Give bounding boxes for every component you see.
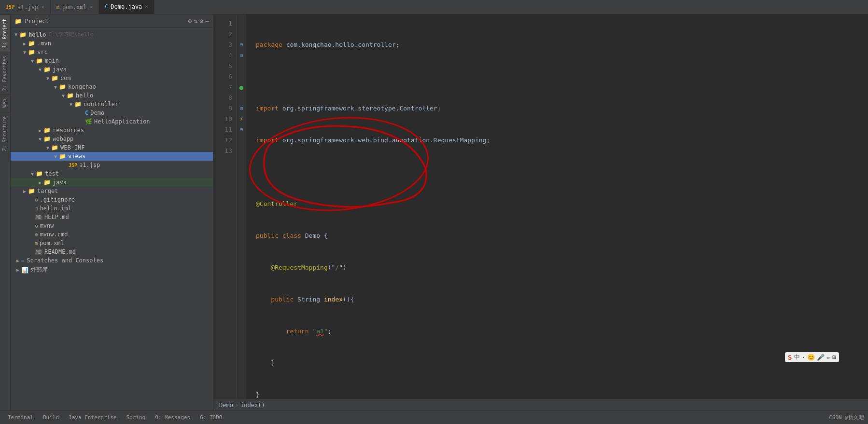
run-icon-7[interactable]: ● <box>239 82 243 93</box>
label-target: target <box>37 188 58 194</box>
code-line-3: import org.springframework.stereotype.Co… <box>256 103 868 114</box>
header-icon-gear[interactable]: ⚙ <box>199 17 203 25</box>
bottom-btn-messages[interactable]: 0: Messages <box>151 413 194 422</box>
tree-item-scratches[interactable]: ▶ ✏ Scratches and Consoles <box>11 256 213 265</box>
label-external-libs: 外部库 <box>30 266 48 274</box>
code-line-10: return "a1"; <box>256 326 868 337</box>
label-helloiml: hello.iml <box>40 205 71 212</box>
tree-item-test-java[interactable]: ▶ 📁 java <box>11 178 213 187</box>
label-readmemd: README.md <box>44 248 76 255</box>
gutter-2 <box>237 29 246 40</box>
code-line-12: } <box>256 390 868 399</box>
tree-item-views[interactable]: ▼ 📁 views <box>11 152 213 161</box>
folder-icon-controller: 📁 <box>74 101 82 108</box>
tree-item-hello-sub[interactable]: ▼ 📁 hello <box>11 91 213 100</box>
tab-a1jsp-label: a1.jsp <box>17 4 38 11</box>
breadcrumb-index[interactable]: index() <box>240 402 265 409</box>
xml-icon-pom: m <box>35 241 38 246</box>
header-icon-1[interactable]: ⊕ <box>188 17 192 25</box>
vtab-project[interactable]: 1: Project <box>0 14 10 52</box>
tree-item-src[interactable]: ▼ 📁 src <box>11 48 213 56</box>
vtab-structure[interactable]: Z: Structure <box>0 112 10 155</box>
folder-icon-mvn: 📁 <box>28 40 35 47</box>
arrow-hello: ▼ <box>13 32 19 37</box>
tree-item-mvnw[interactable]: ⚙ mvnw <box>11 221 213 230</box>
code-container[interactable]: 1 2 3 4 5 6 7 8 9 10 11 12 13 ⊟ <box>213 14 868 399</box>
tab-a1jsp[interactable]: JSP a1.jsp × <box>0 0 51 14</box>
fold-icon-3[interactable]: ⊟ <box>240 40 243 50</box>
label-src: src <box>37 49 48 55</box>
md-icon-help: MD <box>35 215 42 220</box>
bottom-toolbar: Terminal Build Java Enterprise Spring 0:… <box>0 410 868 424</box>
breadcrumb-demo[interactable]: Demo <box>219 402 233 409</box>
arrow-hello-sub: ▼ <box>60 93 67 98</box>
code-line-8: @RequestMapping("/") <box>256 262 868 273</box>
tree-item-demo[interactable]: C Demo <box>11 109 213 117</box>
folder-icon-header: 📁 <box>14 18 22 25</box>
chart-icon: 📊 <box>21 267 28 274</box>
tree-item-webapp[interactable]: ▼ 📁 webapp <box>11 135 213 143</box>
bottom-btn-java-enterprise[interactable]: Java Enterprise <box>65 413 120 422</box>
tree-item-hello-app[interactable]: 🌿 HelloApplication <box>11 117 213 126</box>
label-com: com <box>60 75 71 82</box>
tree-item-main[interactable]: ▼ 📁 main <box>11 56 213 65</box>
xml-icon: m <box>56 4 59 10</box>
arrow-webinf: ▼ <box>44 145 51 150</box>
label-helpmd: HELP.md <box>44 214 69 220</box>
tab-pomxml[interactable]: m pom.xml × <box>51 0 99 14</box>
warning-icon-10: ⚡ <box>239 114 243 124</box>
tree-item-hello[interactable]: ▼ 📁 hello E:\学习吧\hello <box>11 30 213 39</box>
tab-pomxml-close[interactable]: × <box>90 4 93 10</box>
code-editor[interactable]: package com.kongchao.hello.controller; i… <box>246 14 868 399</box>
bottom-btn-todo[interactable]: 6: TODO <box>196 413 226 422</box>
tab-demojava[interactable]: C Demo.java × <box>99 0 154 14</box>
tree-item-com[interactable]: ▼ 📁 com <box>11 74 213 82</box>
tree-item-a1jsp[interactable]: JSP a1.jsp <box>11 161 213 169</box>
header-icon-2[interactable]: ⇅ <box>194 17 198 25</box>
label-hello-app: HelloApplication <box>94 118 150 125</box>
arrow-test: ▼ <box>29 171 36 177</box>
vtab-web[interactable]: Web <box>0 95 10 111</box>
code-line-5 <box>256 167 868 178</box>
status-text: CSDN @执久吧 <box>829 414 864 421</box>
tree-item-readmemd[interactable]: MD README.md <box>11 247 213 256</box>
bottom-btn-build[interactable]: Build <box>39 413 63 422</box>
project-panel: 📁 Project ⊕ ⇅ ⚙ — ▼ 📁 hello E:\学习吧\hello… <box>11 14 213 410</box>
tree-item-kongchao[interactable]: ▼ 📁 kongchao <box>11 82 213 91</box>
linenum-5: 5 <box>213 61 236 71</box>
tree-item-helpmd[interactable]: MD HELP.md <box>11 213 213 221</box>
linenum-10: 10 <box>213 114 236 124</box>
tree-item-webinf[interactable]: ▼ 📁 WEB-INF <box>11 143 213 152</box>
ime-dot: · <box>802 354 806 361</box>
fold-icon-9[interactable]: ⊟ <box>240 103 243 114</box>
vtab-favorites[interactable]: 2: Favorites <box>0 52 10 95</box>
tab-a1jsp-close[interactable]: × <box>41 4 44 10</box>
tree-item-java-main[interactable]: ▼ 📁 java <box>11 65 213 74</box>
tree-item-mvn[interactable]: ▶ 📁 .mvn <box>11 39 213 48</box>
bottom-btn-spring[interactable]: Spring <box>122 413 149 422</box>
tree-item-pomxml[interactable]: m pom.xml <box>11 239 213 247</box>
bottom-btn-terminal[interactable]: Terminal <box>4 413 37 422</box>
gutter: ⊟ ⊟ ● ⊟ ⚡ ⊟ <box>237 14 246 399</box>
tree-item-gitignore[interactable]: ⚙ .gitignore <box>11 195 213 204</box>
tree-item-test[interactable]: ▼ 📁 test <box>11 169 213 178</box>
tree-item-resources[interactable]: ▶ 📁 resources <box>11 126 213 135</box>
tree-item-controller[interactable]: ▼ 📁 controller <box>11 100 213 109</box>
label-pomxml: pom.xml <box>40 240 64 246</box>
arrow-scratches: ▶ <box>14 258 21 263</box>
linenum-9: 9 <box>213 103 236 114</box>
code-line-4: import org.springframework.web.bind.anno… <box>256 135 868 146</box>
tree-item-mvnwcmd[interactable]: ⚙ mvnw.cmd <box>11 230 213 239</box>
tab-demojava-close[interactable]: × <box>145 3 148 10</box>
gutter-3: ⊟ <box>237 40 246 50</box>
tree-item-target[interactable]: ▶ 📁 target <box>11 187 213 195</box>
project-title: Project <box>25 18 185 25</box>
header-icon-minimize[interactable]: — <box>205 17 209 25</box>
jsp-icon: JSP <box>6 4 14 10</box>
fold-icon-11[interactable]: ⊟ <box>240 124 243 135</box>
fold-icon-4[interactable]: ⊟ <box>240 50 243 61</box>
linenum-3: 3 <box>213 40 236 50</box>
tree-item-external-libs[interactable]: ▶ 📊 外部库 <box>11 265 213 275</box>
tree-item-helloiML[interactable]: ◻ hello.iml <box>11 204 213 213</box>
left-vtabs: 1: Project 2: Favorites Web Z: Structure <box>0 14 11 410</box>
